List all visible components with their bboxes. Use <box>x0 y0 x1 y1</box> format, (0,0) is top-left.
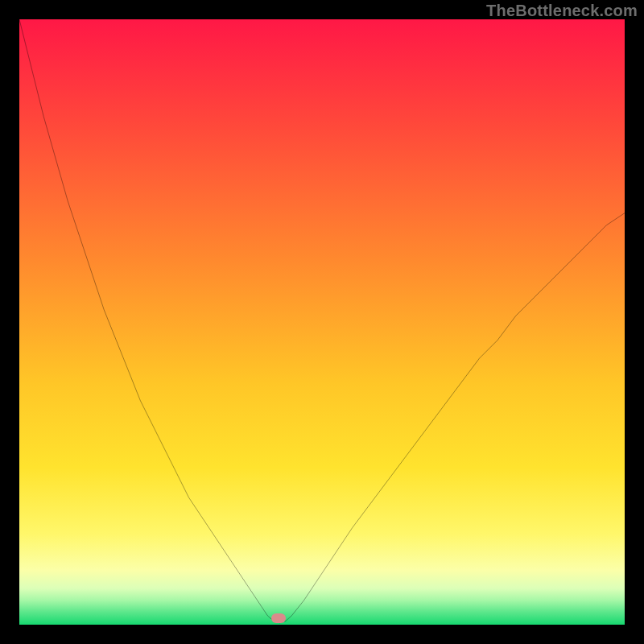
plot-area <box>19 19 625 625</box>
bottleneck-curve <box>19 19 625 625</box>
watermark-text: TheBottleneck.com <box>486 2 638 20</box>
chart-frame: TheBottleneck.com <box>0 0 644 644</box>
minimum-marker <box>271 613 286 623</box>
